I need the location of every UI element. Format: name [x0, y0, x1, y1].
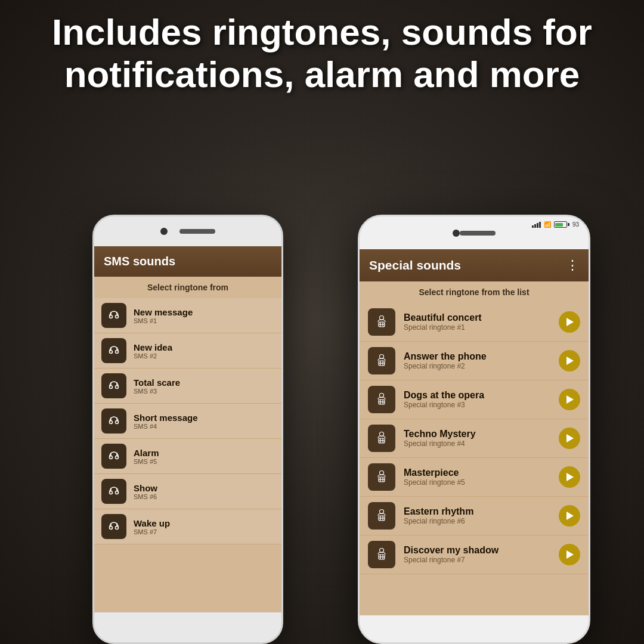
sms-item-name: New idea	[134, 342, 172, 352]
battery-fill	[555, 223, 563, 227]
status-bar: 📶 93	[532, 221, 579, 228]
sms-item-info: Wake up SMS #7	[134, 518, 170, 535]
sms-item-sub: SMS #4	[134, 423, 198, 430]
phone-back-bottom-bar	[94, 612, 281, 642]
sms-app-bar: SMS sounds	[94, 246, 281, 277]
ringtone-item-sub: Special ringtone #3	[404, 401, 559, 409]
sms-list-item[interactable]: Alarm SMS #5	[94, 439, 281, 474]
play-button[interactable]	[559, 544, 580, 565]
back-speaker-bar	[179, 229, 215, 234]
ringtone-item-sub: Special ringtone #1	[404, 323, 559, 332]
battery-tip	[568, 223, 569, 226]
ringtone-item-info: Techno Mystery Special ringtone #4	[404, 429, 559, 448]
ringtone-list-item[interactable]: Masterpiece Special ringtone #5	[360, 458, 589, 497]
sms-list-item[interactable]: Show SMS #6	[94, 474, 281, 509]
phone-front-screen: Special sounds ⋮ Select ringtone from th…	[360, 249, 589, 615]
sms-item-sub: SMS #2	[134, 352, 172, 360]
ringtone-item-name: Discover my shadow	[404, 545, 559, 556]
ringtone-item-icon	[368, 541, 395, 568]
sms-item-icon	[101, 373, 126, 398]
sms-list-item[interactable]: Short message SMS #4	[94, 404, 281, 439]
play-button[interactable]	[559, 350, 580, 371]
sms-item-info: Alarm SMS #5	[134, 448, 159, 465]
play-button[interactable]	[559, 505, 580, 527]
ringtone-item-name: Masterpiece	[404, 467, 559, 478]
phone-front-top-bar: 📶 93	[360, 216, 589, 249]
battery-icon	[554, 221, 569, 228]
sms-item-info: New message SMS #1	[134, 307, 193, 324]
header-text: Includes ringtones, sounds for notificat…	[0, 11, 644, 96]
sms-item-icon	[101, 338, 126, 363]
sms-item-sub: SMS #6	[134, 493, 157, 500]
play-button[interactable]	[559, 389, 580, 410]
sms-item-info: Short message SMS #4	[134, 413, 198, 430]
ringtone-list-item[interactable]: Discover my shadow Special ringtone #7	[360, 535, 589, 574]
ringtone-item-info: Beautiful concert Special ringtone #1	[404, 312, 559, 332]
ringtone-list-item[interactable]: Techno Mystery Special ringtone #4	[360, 419, 589, 458]
battery-body	[554, 221, 567, 228]
ringtone-list-item[interactable]: Beautiful concert Special ringtone #1	[360, 303, 589, 342]
ringtone-list-item[interactable]: Eastern rhythm Special ringtone #6	[360, 497, 589, 535]
phone-front-bottom-bar	[360, 615, 589, 642]
phones-area: SMS sounds Select ringtone from New mess…	[0, 179, 644, 644]
sms-item-sub: SMS #3	[134, 388, 180, 395]
sms-item-info: New idea SMS #2	[134, 342, 172, 360]
phone-back-top-bar	[94, 216, 281, 246]
ringtone-item-info: Answer the phone Special ringtone #2	[404, 351, 559, 370]
ringtone-item-name: Dogs at the opera	[404, 390, 559, 401]
ringtone-item-sub: Special ringtone #5	[404, 478, 559, 487]
phone-front: 📶 93 Special sounds ⋮ Select ringtone fr…	[358, 215, 590, 644]
sms-select-text: Select ringtone from	[94, 277, 281, 298]
ringtone-item-icon	[368, 308, 395, 336]
play-button[interactable]	[559, 311, 580, 333]
ringtone-item-name: Eastern rhythm	[404, 506, 559, 517]
ringtone-item-sub: Special ringtone #7	[404, 556, 559, 564]
ringtone-list-item[interactable]: Dogs at the opera Special ringtone #3	[360, 380, 589, 419]
ringtone-item-info: Dogs at the opera Special ringtone #3	[404, 390, 559, 409]
ringtone-item-icon	[368, 425, 395, 452]
ringtone-item-sub: Special ringtone #2	[404, 362, 559, 370]
sms-item-sub: SMS #7	[134, 528, 170, 535]
sms-list: New message SMS #1 New idea SMS #2 Total…	[94, 298, 281, 544]
ringtone-item-icon	[368, 463, 395, 491]
battery-percent: 93	[572, 221, 579, 228]
ringtone-item-name: Beautiful concert	[404, 312, 559, 323]
sms-list-item[interactable]: Wake up SMS #7	[94, 509, 281, 544]
ringtone-item-icon	[368, 386, 395, 413]
sms-item-icon	[101, 479, 126, 504]
sms-item-name: Wake up	[134, 518, 170, 528]
sms-list-item[interactable]: New message SMS #1	[94, 298, 281, 333]
ringtone-item-info: Eastern rhythm Special ringtone #6	[404, 506, 559, 525]
sms-item-info: Show SMS #6	[134, 483, 157, 500]
sms-item-name: Alarm	[134, 448, 159, 458]
ringtone-list-item[interactable]: Answer the phone Special ringtone #2	[360, 342, 589, 380]
front-speaker-bar	[460, 231, 496, 236]
ringtone-item-name: Techno Mystery	[404, 429, 559, 439]
sms-item-icon	[101, 514, 126, 539]
sms-item-sub: SMS #1	[134, 317, 193, 324]
ringtone-list: Beautiful concert Special ringtone #1 An…	[360, 303, 589, 574]
sms-item-name: Show	[134, 483, 157, 493]
signal-bars	[532, 222, 541, 228]
ringtone-item-sub: Special ringtone #4	[404, 439, 559, 448]
sms-item-name: Total scare	[134, 377, 180, 388]
menu-dots-icon[interactable]: ⋮	[566, 258, 579, 273]
sms-list-item[interactable]: Total scare SMS #3	[94, 369, 281, 404]
ringtone-item-sub: Special ringtone #6	[404, 517, 559, 525]
sms-app-title: SMS sounds	[104, 255, 175, 268]
sms-item-icon	[101, 303, 126, 328]
play-button[interactable]	[559, 466, 580, 488]
phone-back: SMS sounds Select ringtone from New mess…	[92, 215, 283, 644]
front-camera-dot	[453, 230, 460, 237]
wifi-icon: 📶	[544, 221, 551, 228]
ringtone-item-info: Masterpiece Special ringtone #5	[404, 467, 559, 487]
sms-item-info: Total scare SMS #3	[134, 377, 180, 395]
back-camera-dot	[160, 228, 168, 235]
sms-item-name: New message	[134, 307, 193, 317]
sms-item-icon	[101, 408, 126, 434]
ringtone-item-name: Answer the phone	[404, 351, 559, 362]
sms-list-item[interactable]: New idea SMS #2	[94, 333, 281, 369]
play-button[interactable]	[559, 428, 580, 449]
ringtone-item-info: Discover my shadow Special ringtone #7	[404, 545, 559, 564]
special-app-bar: Special sounds ⋮	[360, 249, 589, 281]
